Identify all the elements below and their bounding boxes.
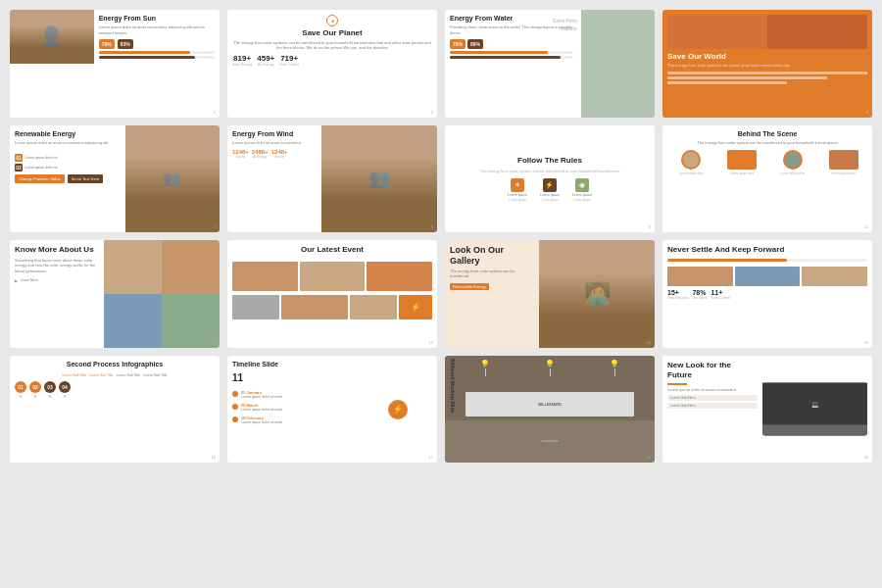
slide-15-number: 19	[647, 455, 651, 460]
slide-6-title: Energy From Wind	[232, 130, 317, 138]
slide-8-title: Behind The Scene	[667, 130, 867, 138]
slide-3: Energy From Water Providing clean, clear…	[445, 10, 655, 118]
slide-5-tag1: Change Practices Value	[15, 174, 65, 183]
slide-6-stat1: 1248+ Saving	[232, 149, 249, 159]
slide-2-icon: ☀	[326, 15, 338, 26]
slide-6: 👥 Energy From Wind Lorem ipsum dolor sit…	[227, 125, 437, 233]
slide-5: 👥 Renewable Energy Lorem ipsum dolor sit…	[10, 125, 220, 233]
slide-13: Second Process Infographics Lorem Sub Ti…	[10, 356, 220, 464]
slide-9-number: 12	[212, 340, 216, 345]
slide-1: 👤 Energy From Sun Lorem ipsum dolor sit …	[10, 10, 220, 118]
slide-3-stat2: 89%	[467, 39, 483, 49]
slide-10-title: Our Latest Event	[232, 245, 432, 255]
slide-6-stat2: 2488+ Air Energy	[252, 149, 269, 159]
slide-14: Timeline Slide 11 25 January Lorem ipsum…	[227, 356, 437, 464]
slide-6-image: 👥	[321, 125, 437, 233]
slide-12-stats: 15+ Year Services 78% Our Work 11+ Solar…	[667, 289, 867, 300]
slide-1-stat1: 79%	[99, 39, 115, 49]
slide-13-process: 01 ▼ 02 ▼ 03 ▼ 04 ▼	[15, 381, 215, 399]
slide-1-stat2: 83%	[118, 39, 133, 49]
slide-3-number: 5	[649, 110, 651, 115]
slide-10: Our Latest Event ⚡ 13	[227, 240, 437, 348]
slide-14-icon: ⚡	[388, 400, 408, 419]
slide-8-images: Lorem ipsum dolor Lorem ipsum dolor Lore…	[667, 150, 867, 175]
slide-5-item2: 02 Lorem ipsum dolor sit	[15, 164, 119, 172]
slide-5-body: Lorem ipsum dolor sit amet consectetur a…	[15, 140, 119, 146]
slide-2-number: 4	[431, 110, 433, 115]
slide-9-images	[104, 240, 220, 348]
slide-10-images	[232, 262, 432, 291]
slide-7-icons: ☀ Lorem Ipsum Lorem ipsum ⚡ Lorem Ipsum …	[505, 178, 594, 202]
slide-10-number: 13	[429, 340, 433, 345]
slide-7-icon1: ☀	[511, 178, 524, 192]
slide-13-labels: Lorem Sub Title Lorem Sub Title Lorem Su…	[15, 373, 215, 377]
slide-11-body: The energy from solar system can be tran…	[450, 269, 534, 279]
slide-16-label1: Lorem Sub Here	[667, 395, 758, 401]
slide-7-number: 9	[649, 224, 651, 229]
slide-11-number: 14	[647, 340, 651, 345]
slide-4: Save Our World The energy from solar sys…	[662, 10, 872, 118]
slide-4-title: Save Our World	[667, 52, 867, 62]
slide-11-tag: Renewable Energy	[450, 283, 489, 290]
slide-11: 🧑‍💻 Look On Our Gallery The energy from …	[445, 240, 655, 348]
slide-1-body: Lorem ipsum dolor sit amet consectetur a…	[99, 24, 215, 35]
slide-3-stat1: 79%	[450, 39, 466, 49]
slide-16-body: Lorem ipsum dolor sit amet consectetur	[667, 387, 758, 393]
slide-4-number: 6	[866, 110, 868, 115]
slide-5-tag2: Some Text Here	[68, 174, 104, 183]
slide-2-body: The energy from solar systems can be tra…	[232, 40, 432, 51]
slide-6-stat3: 1248+ Saving	[271, 149, 288, 159]
slide-2: ☀ Save Our Planet The energy from solar …	[227, 10, 437, 118]
slide-2-title: Save Our Planet	[232, 28, 432, 38]
slide-3-tag1: Extra Point	[553, 18, 576, 24]
slide-6-body: Lorem ipsum dolor sit amet consectetur	[232, 140, 317, 146]
slide-2-num2: 459+ Air Energy	[257, 54, 274, 67]
slide-13-title: Second Process Infographics	[15, 361, 215, 368]
slide-8: Behind The Scene The energy from solar s…	[662, 125, 872, 233]
slide-13-number: 16	[212, 455, 216, 460]
slide-9-title: Know More About Us	[15, 245, 99, 255]
slide-11-image: 🧑‍💻	[539, 240, 655, 348]
slide-15: 💡 💡 💡 BILLBOARD crowd scene Billboard Mo…	[445, 356, 655, 464]
slide-2-num1: 819+ Solar Energy	[232, 54, 252, 67]
slide-2-num3: 719+ Solar Collect	[279, 54, 299, 67]
slide-14-subtitle: 11	[232, 372, 432, 383]
slide-1-title: Energy From Sun	[99, 15, 215, 23]
slide-1-image: 👤	[10, 10, 94, 64]
slide-15-image: 💡 💡 💡 BILLBOARD	[445, 356, 655, 420]
slide-5-item1: 01 Lorem ipsum dolor sit	[15, 154, 119, 162]
slide-9-body: Something that know more about these sol…	[15, 258, 99, 274]
slide-5-title: Renewable Energy	[15, 130, 119, 138]
slide-1-progress1	[99, 51, 215, 54]
slide-14-number: 17	[429, 455, 433, 460]
slide-16-title: New Look for the Future	[667, 361, 758, 381]
slide-14-title: Timeline Slide	[232, 361, 432, 368]
slide-1-number: 3	[214, 110, 216, 115]
slide-16-label2: Lorem Sub Here	[667, 403, 758, 409]
slide-4-bars	[667, 72, 867, 84]
slide-16: New Look for the Future Lorem ipsum dolo…	[662, 356, 872, 464]
slide-5-number: 7	[214, 224, 216, 229]
slide-4-body: The energy from solar systems can power …	[667, 63, 867, 69]
slide-6-number: 8	[431, 224, 433, 229]
slide-1-progress2	[99, 56, 215, 59]
slide-7-subtitle: The energy from solar system can be tran…	[480, 169, 620, 173]
slide-11-title: Look On Our Gallery	[450, 245, 534, 267]
slide-12-images	[667, 267, 867, 286]
slide-16-number: 20	[864, 455, 868, 460]
slide-12-number: 15	[864, 340, 868, 345]
slide-9: Know More About Us Something that know m…	[10, 240, 220, 348]
slide-5-image: 👥	[125, 125, 220, 233]
slide-3-body: Providing clean, clear vision to the wor…	[450, 24, 573, 35]
slide-15-title: Billboard Mockup Slide	[450, 359, 456, 413]
slide-8-number: 11	[864, 224, 868, 229]
slide-3-image	[581, 10, 655, 118]
slide-3-tag2: Reports	[560, 25, 577, 31]
slide-7-icon2: ⚡	[543, 178, 557, 192]
slide-7: Follow The Rules The energy from solar s…	[445, 125, 655, 233]
slide-7-icon3: ◉	[575, 178, 589, 192]
slide-12: Never Settle And Keep Forward 15+ Year S…	[662, 240, 872, 348]
slide-4-image	[667, 15, 867, 49]
slide-12-title: Never Settle And Keep Forward	[667, 245, 867, 255]
slide-8-body: The energy from solar system can be tran…	[667, 140, 867, 146]
